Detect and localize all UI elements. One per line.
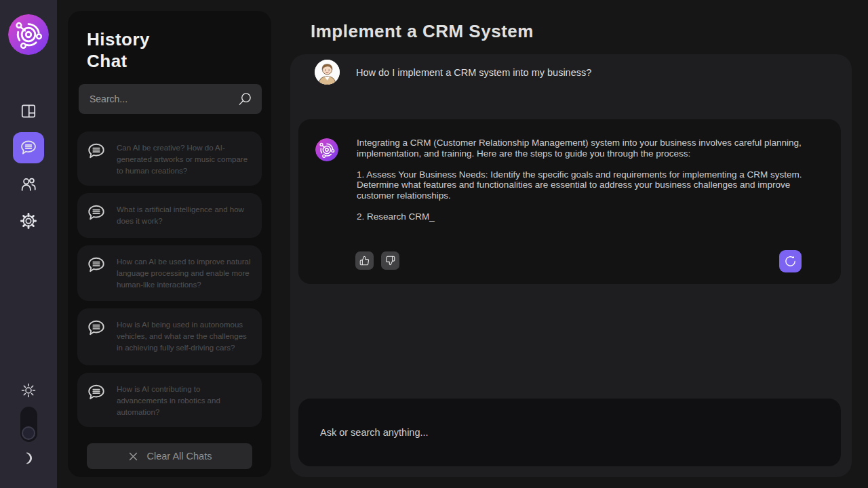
user-avatar <box>315 60 340 85</box>
chat-bubble-icon <box>87 202 106 229</box>
thumbs-up-icon <box>359 256 370 266</box>
history-list: Can AI be creative? How do AI-generated … <box>77 131 262 427</box>
history-title: History Chat <box>77 28 262 72</box>
theme-toggle-knob <box>22 426 35 440</box>
history-item-text: How can AI be used to improve natural la… <box>117 254 252 292</box>
ai-paragraph: 2. Research CRM_ <box>357 211 806 222</box>
thumbs-down-icon <box>385 256 395 266</box>
chat-bubble-icon <box>87 254 106 292</box>
refresh-icon <box>784 255 797 268</box>
theme-switcher <box>0 382 57 466</box>
user-message-row: How do I implement a CRM system into my … <box>315 60 591 85</box>
history-title-line2: Chat <box>87 51 127 71</box>
user-message-text: How do I implement a CRM system into my … <box>356 67 591 78</box>
history-title-line1: History <box>87 29 150 49</box>
page-title: Implement a CRM System <box>311 21 534 42</box>
history-item-text: How is AI being used in autonomous vehic… <box>117 317 252 357</box>
sidebar-item-users[interactable] <box>13 169 44 200</box>
dashboard-icon <box>20 102 37 120</box>
chat-panel: How do I implement a CRM system into my … <box>290 54 852 477</box>
history-item[interactable]: How can AI be used to improve natural la… <box>77 245 262 301</box>
close-icon <box>127 451 139 462</box>
search-icon[interactable] <box>237 92 253 107</box>
clear-all-chats-button[interactable]: Clear All Chats <box>87 443 252 469</box>
history-item-text: Can AI be creative? How do AI-generated … <box>117 140 252 177</box>
sidebar-item-dashboard[interactable] <box>13 96 44 127</box>
history-item-text: What is artificial intelligence and how … <box>117 202 252 229</box>
sidebar-nav <box>13 96 44 237</box>
moon-icon <box>21 450 36 466</box>
sun-icon <box>20 382 37 399</box>
sidebar-item-chat[interactable] <box>13 132 44 163</box>
history-item[interactable]: How is AI contributing to advancements i… <box>77 373 262 427</box>
app-logo-icon <box>8 14 49 55</box>
history-item[interactable]: How is AI being used in autonomous vehic… <box>77 308 262 365</box>
ai-response-text: Integrating a CRM (Customer Relationship… <box>357 138 806 222</box>
history-item-text: How is AI contributing to advancements i… <box>117 382 252 418</box>
regenerate-button[interactable] <box>779 250 802 272</box>
prompt-input-wrap <box>298 399 841 466</box>
clear-all-chats-label: Clear All Chats <box>147 451 212 462</box>
sidebar-item-settings[interactable] <box>13 205 44 237</box>
ai-paragraph: 1. Assess Your Business Needs: Identify … <box>357 169 806 201</box>
history-panel: History Chat Can AI be creative? How do … <box>68 11 271 477</box>
ai-paragraph: Integrating a CRM (Customer Relationship… <box>357 138 806 159</box>
chat-bubble-icon <box>87 317 106 357</box>
prompt-input[interactable] <box>298 399 841 466</box>
theme-toggle[interactable] <box>20 407 37 442</box>
users-icon <box>20 176 37 193</box>
history-search <box>79 84 262 114</box>
thumbs-down-button[interactable] <box>381 251 399 270</box>
history-item[interactable]: Can AI be creative? How do AI-generated … <box>77 131 262 186</box>
chat-bubble-icon <box>87 382 106 418</box>
user-avatar-illustration <box>315 60 340 85</box>
chat-icon <box>20 139 37 157</box>
ai-avatar-icon <box>315 138 338 161</box>
ai-response-card: Integrating a CRM (Customer Relationship… <box>298 119 841 284</box>
app-sidebar <box>0 0 57 488</box>
gear-icon <box>20 212 37 230</box>
thumbs-up-button[interactable] <box>355 251 374 270</box>
search-input[interactable] <box>79 84 262 114</box>
history-item[interactable]: What is artificial intelligence and how … <box>77 193 262 238</box>
chat-bubble-icon <box>87 140 106 177</box>
response-actions <box>355 251 399 270</box>
